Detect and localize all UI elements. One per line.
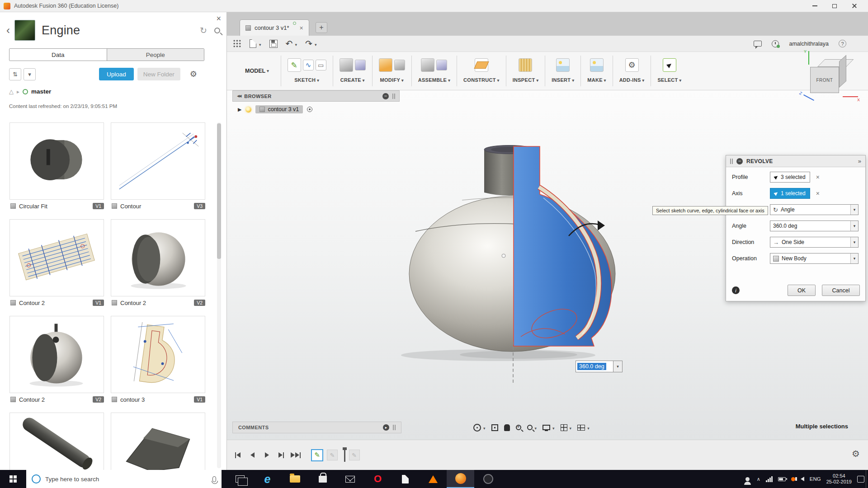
fillet-icon[interactable] bbox=[394, 60, 405, 70]
grid-settings[interactable] bbox=[561, 423, 572, 432]
thumbnail-circular-fit[interactable] bbox=[9, 122, 104, 200]
list-item[interactable] bbox=[9, 413, 104, 470]
new-component-icon[interactable] bbox=[421, 58, 434, 72]
sort-dropdown-button[interactable]: ▾ bbox=[24, 68, 36, 80]
assemble-menu[interactable]: ASSEMBLE bbox=[418, 77, 450, 83]
scrollbar-thumb[interactable] bbox=[217, 123, 221, 259]
zoom-tool[interactable] bbox=[527, 423, 537, 432]
taskbar-clock[interactable]: 02:54 25-02-2019 bbox=[826, 473, 852, 485]
construct-menu[interactable]: CONSTRUCT bbox=[463, 77, 500, 83]
type-select[interactable]: Angle bbox=[770, 204, 859, 215]
thumbnail-contour-2-sketch[interactable] bbox=[9, 219, 104, 296]
people-icon[interactable] bbox=[745, 477, 750, 481]
insert-image-icon[interactable] bbox=[556, 58, 570, 72]
back-chevron-icon[interactable]: ‹ bbox=[6, 25, 10, 36]
display-settings[interactable] bbox=[542, 423, 555, 432]
orbit-tool[interactable] bbox=[473, 423, 486, 432]
maximize-button[interactable] bbox=[825, 0, 844, 12]
browser-root-node[interactable]: ▶ contour 3 v1 bbox=[238, 105, 312, 113]
search-icon[interactable] bbox=[214, 28, 220, 33]
construct-plane-icon[interactable] bbox=[475, 58, 488, 72]
new-tab-button[interactable]: + bbox=[316, 22, 327, 33]
document-node[interactable]: contour 3 v1 bbox=[255, 105, 303, 113]
data-panel-close-icon[interactable]: × bbox=[216, 14, 221, 23]
username[interactable]: amalchithralaya bbox=[789, 41, 829, 47]
pan-tool[interactable] bbox=[504, 424, 510, 431]
speaker-icon[interactable] bbox=[801, 477, 804, 481]
comments-drag-handle[interactable] bbox=[393, 425, 396, 430]
viewcube-front-face[interactable]: FRONT bbox=[810, 67, 839, 93]
list-item[interactable]: Contour V3 bbox=[111, 122, 205, 212]
insert-menu[interactable]: INSERT bbox=[552, 77, 574, 83]
microphone-icon[interactable] bbox=[212, 476, 216, 482]
viewcube-right-face[interactable] bbox=[839, 55, 846, 88]
vlc-app[interactable] bbox=[419, 470, 447, 488]
workspace-switcher[interactable]: MODEL bbox=[235, 52, 279, 90]
version-badge[interactable]: V1 bbox=[93, 203, 104, 209]
step-back-button[interactable] bbox=[247, 450, 258, 460]
timeline-sketch-feature[interactable] bbox=[311, 449, 323, 461]
viewport[interactable]: ◀◀ BROWSER ▶ contour 3 v1 360.0 deg bbox=[227, 90, 868, 440]
job-status-icon[interactable] bbox=[772, 40, 779, 47]
dropdown-icon[interactable] bbox=[850, 221, 858, 231]
version-badge[interactable]: V3 bbox=[194, 203, 205, 209]
file-menu-button[interactable] bbox=[250, 39, 261, 48]
comments-bar[interactable]: COMMENTS bbox=[232, 422, 401, 433]
joint-icon[interactable] bbox=[436, 60, 447, 70]
spline-icon[interactable] bbox=[303, 60, 314, 70]
play-button[interactable] bbox=[261, 450, 272, 460]
create-menu[interactable]: CREATE bbox=[340, 77, 365, 83]
info-icon[interactable] bbox=[732, 286, 740, 294]
make-menu[interactable]: MAKE bbox=[587, 77, 606, 83]
visibility-bulb-icon[interactable] bbox=[245, 107, 251, 113]
document-app[interactable] bbox=[392, 470, 419, 488]
axis-clear-icon[interactable] bbox=[816, 190, 820, 197]
taskbar-search[interactable]: Type here to search bbox=[26, 470, 222, 488]
browser-panel-header[interactable]: ◀◀ BROWSER bbox=[232, 90, 400, 102]
look-at-tool[interactable] bbox=[491, 424, 498, 431]
store-app[interactable] bbox=[309, 470, 336, 488]
battery-icon[interactable] bbox=[778, 477, 786, 481]
data-settings-gear-icon[interactable]: ⚙ bbox=[190, 70, 197, 78]
measure-icon[interactable] bbox=[519, 58, 532, 72]
direction-select[interactable]: One Side bbox=[770, 237, 859, 248]
new-component-icon[interactable] bbox=[340, 58, 353, 72]
angle-input[interactable]: 360.0 deg bbox=[770, 221, 859, 231]
make-icon[interactable] bbox=[590, 58, 604, 72]
fusion-360-app[interactable] bbox=[447, 470, 474, 488]
select-menu[interactable]: SELECT bbox=[657, 77, 681, 83]
collapse-icon[interactable]: ◀◀ bbox=[237, 94, 241, 98]
tab-people[interactable]: People bbox=[107, 49, 204, 61]
list-item[interactable]: Contour 2 V2 bbox=[9, 316, 104, 406]
project-thumbnail[interactable] bbox=[14, 20, 35, 41]
list-item[interactable]: Circular Fit V1 bbox=[9, 122, 104, 212]
operation-select[interactable]: New Body bbox=[770, 253, 859, 264]
task-view-button[interactable] bbox=[226, 470, 254, 488]
dark-app[interactable] bbox=[474, 470, 502, 488]
expand-arrow-icon[interactable]: ▶ bbox=[238, 107, 241, 113]
save-button[interactable] bbox=[269, 40, 278, 48]
list-item[interactable]: Contour 2 V1 bbox=[9, 219, 104, 309]
angle-value-field[interactable]: 360.0 deg bbox=[576, 361, 613, 372]
dropdown-icon[interactable] bbox=[850, 253, 858, 263]
list-item[interactable] bbox=[111, 413, 205, 470]
show-desktop-button[interactable] bbox=[866, 470, 868, 488]
help-icon[interactable] bbox=[839, 40, 846, 47]
opera-app[interactable]: O bbox=[364, 470, 392, 488]
revolve-dialog-header[interactable]: REVOLVE bbox=[726, 155, 865, 167]
modify-menu[interactable]: MODIFY bbox=[380, 77, 403, 83]
rectangle-icon[interactable] bbox=[316, 60, 326, 70]
version-badge[interactable]: V2 bbox=[194, 300, 205, 306]
close-button[interactable] bbox=[844, 0, 864, 12]
thumbnail-partial-rod[interactable] bbox=[9, 413, 104, 470]
select-cursor-icon[interactable] bbox=[663, 58, 676, 72]
tab-close-icon[interactable]: × bbox=[300, 24, 303, 32]
thumbnail-contour-2-model[interactable] bbox=[111, 219, 205, 296]
addins-menu[interactable]: ADD-INS bbox=[619, 77, 645, 83]
list-item[interactable]: contour 3 V1 bbox=[111, 316, 205, 406]
language-indicator[interactable]: ENG bbox=[810, 476, 821, 482]
start-button[interactable] bbox=[0, 470, 26, 488]
upload-button[interactable]: Upload bbox=[99, 68, 134, 80]
refresh-icon[interactable]: ↻ bbox=[200, 25, 207, 36]
skip-to-start-button[interactable] bbox=[232, 450, 243, 460]
